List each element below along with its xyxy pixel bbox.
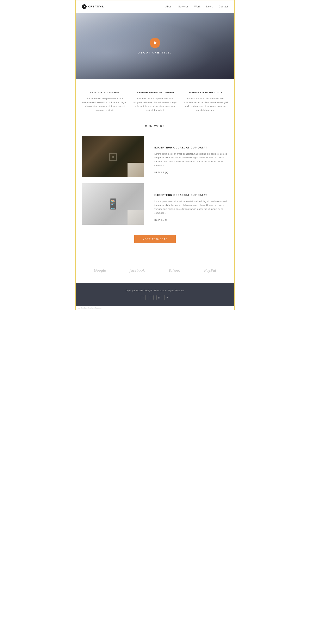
nav-news[interactable]: News	[206, 5, 213, 8]
feature-3-title: MAGNA VITAE DIACULIS	[183, 91, 228, 94]
work-image-2-small	[128, 210, 144, 225]
social-rss-icon[interactable]: ∿	[164, 295, 169, 300]
nav-contact[interactable]: Contact	[219, 5, 228, 8]
feature-1: RNIM MINIM VENIAISI Aute irure dolor in …	[82, 91, 127, 112]
social-twitter-icon[interactable]: t	[149, 295, 154, 300]
work-content-2: EXCEPTEUR OCCAECAT CUPIDATAT Lorem ipsum…	[144, 183, 228, 222]
more-projects-wrap: MORE PROJECTS	[82, 231, 228, 254]
feature-3: MAGNA VITAE DIACULIS Aute irure dolor in…	[183, 91, 228, 112]
navbar: CREATIVS. About Services Work News Conta…	[76, 0, 234, 13]
feature-2-title: INTEGER RHONCUS LIBERO	[133, 91, 177, 94]
work-details-link-1[interactable]: DETAILS (+)	[154, 172, 168, 174]
nav-about[interactable]: About	[165, 5, 172, 8]
work-image-1-small	[128, 163, 144, 177]
watermark: www.heritagechristiancollege.com	[76, 306, 234, 310]
features-section: RNIM MINIM VENIAISI Aute irure dolor in …	[76, 79, 234, 120]
work-title-1: EXCEPTEUR OCCAECAT CUPIDATAT	[154, 146, 228, 149]
feature-2: INTEGER RHONCUS LIBERO Aute irure dolor …	[133, 91, 177, 112]
feature-2-text: Aute irure dolor in reprehenderit intor …	[133, 97, 177, 112]
our-work-section: OUR WORK EXCEPTEUR OCCAECAT CUPIDATAT Lo…	[76, 120, 234, 262]
social-gplus-icon[interactable]: g	[156, 295, 161, 300]
logo-paypal: PayPal	[204, 268, 216, 273]
logo-text: CREATIVS.	[88, 5, 104, 8]
footer-copyright: Copyright © 2014-2015, Pixelhint.com All…	[82, 289, 228, 292]
work-details-link-2[interactable]: DETAILS (+)	[154, 219, 168, 221]
feature-3-text: Aute irure dolor in reprehenderit intor …	[183, 97, 228, 112]
logo-yahoo: Yahoo!	[168, 268, 180, 273]
work-image-1-laptop	[82, 136, 144, 177]
work-item-2: EXCEPTEUR OCCAECAT CUPIDATAT Lorem ipsum…	[82, 183, 228, 225]
hero-section: ABOUT CREATIVS.	[76, 13, 234, 79]
work-text-2: Lorem ipsum dolor sit amet, consectetur …	[154, 200, 228, 215]
work-item-1: EXCEPTEUR OCCAECAT CUPIDATAT Lorem ipsum…	[82, 136, 228, 177]
logo-dot-icon	[82, 4, 87, 9]
nav-links: About Services Work News Contact	[165, 5, 228, 8]
footer: Copyright © 2014-2015, Pixelhint.com All…	[76, 283, 234, 306]
logo-facebook: facebook	[129, 268, 145, 273]
work-title-2: EXCEPTEUR OCCAECAT CUPIDATAT	[154, 194, 228, 196]
logo-google: Google	[94, 268, 106, 273]
logos-section: Google facebook Yahoo! PayPal	[76, 262, 234, 283]
work-image-2-phone	[82, 183, 144, 225]
watermark-text: www.heritagechristiancollege.com	[78, 307, 103, 309]
footer-copy-text: Copyright © 2014-2015, Pixelhint.com All…	[126, 289, 184, 292]
feature-1-text: Aute irure dolor in reprehenderit intor …	[82, 97, 127, 112]
footer-socials: f t g ∿	[82, 295, 228, 300]
nav-work[interactable]: Work	[194, 5, 200, 8]
hero-title: ABOUT CREATIVS.	[138, 51, 172, 54]
feature-1-title: RNIM MINIM VENIAISI	[82, 91, 127, 94]
work-content-1: EXCEPTEUR OCCAECAT CUPIDATAT Lorem ipsum…	[144, 136, 228, 174]
our-work-title: OUR WORK	[82, 124, 228, 128]
work-text-1: Lorem ipsum dolor sit amet, consectetur …	[154, 152, 228, 168]
social-facebook-icon[interactable]: f	[141, 295, 146, 300]
nav-services[interactable]: Services	[178, 5, 188, 8]
more-projects-button[interactable]: MORE PROJECTS	[134, 235, 176, 243]
play-button[interactable]	[150, 38, 160, 48]
logo[interactable]: CREATIVS.	[82, 4, 104, 9]
